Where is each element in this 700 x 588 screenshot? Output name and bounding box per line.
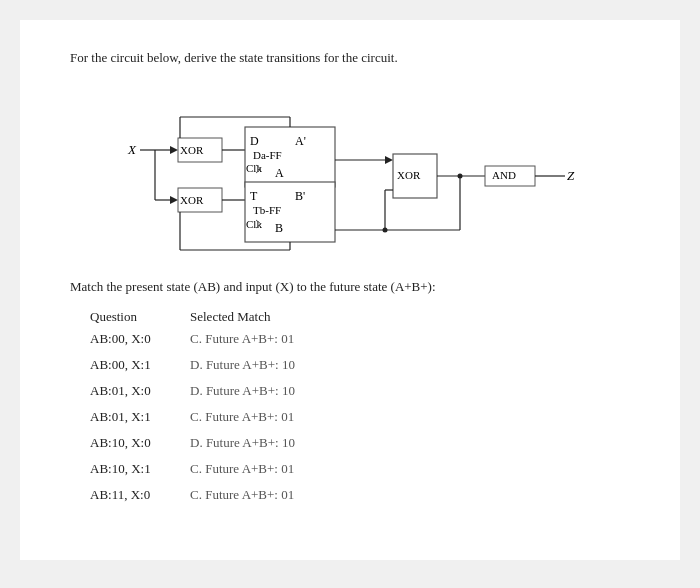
svg-marker-3 (170, 146, 178, 154)
svg-text:D: D (250, 134, 259, 148)
header-selected: Selected Match (190, 309, 310, 325)
question-cell: AB:10, X:1 (90, 461, 190, 477)
selected-cell: C. Future A+B+: 01 (190, 487, 530, 503)
svg-text:T: T (250, 189, 258, 203)
question-cell: AB:10, X:0 (90, 435, 190, 451)
match-table: Question Selected Match AB:00, X:0C. Fut… (90, 309, 630, 503)
table-header: Question Selected Match (90, 309, 630, 325)
svg-text:A: A (275, 166, 284, 180)
table-row: AB:00, X:1D. Future A+B+: 10 (90, 357, 630, 373)
svg-text:A': A' (295, 134, 306, 148)
question-cell: AB:00, X:1 (90, 357, 190, 373)
table-rows: AB:00, X:0C. Future A+B+: 01AB:00, X:1D.… (90, 331, 630, 503)
header-question: Question (90, 309, 190, 325)
table-row: AB:01, X:0D. Future A+B+: 10 (90, 383, 630, 399)
selected-cell: C. Future A+B+: 01 (190, 409, 530, 425)
table-row: AB:10, X:1C. Future A+B+: 01 (90, 461, 630, 477)
table-row: AB:01, X:1C. Future A+B+: 01 (90, 409, 630, 425)
selected-cell: C. Future A+B+: 01 (190, 331, 530, 347)
svg-text:B': B' (295, 189, 305, 203)
selected-cell: D. Future A+B+: 10 (190, 357, 530, 373)
selected-cell: C. Future A+B+: 01 (190, 461, 530, 477)
svg-marker-16 (385, 156, 393, 164)
match-instruction: Match the present state (AB) and input (… (70, 279, 630, 295)
selected-cell: D. Future A+B+: 10 (190, 435, 530, 451)
svg-text:Tb-FF: Tb-FF (253, 204, 281, 216)
svg-text:B: B (275, 221, 283, 235)
svg-text:Clk: Clk (246, 218, 262, 230)
svg-text:Da-FF: Da-FF (253, 149, 282, 161)
table-row: AB:11, X:0C. Future A+B+: 01 (90, 487, 630, 503)
circuit-diagram: X XOR D A' Da-FF A (120, 82, 580, 261)
svg-text:XOR: XOR (180, 144, 204, 156)
svg-text:XOR: XOR (397, 169, 421, 181)
svg-text:Z: Z (567, 168, 575, 183)
problem-title: For the circuit below, derive the state … (70, 50, 630, 66)
selected-cell: D. Future A+B+: 10 (190, 383, 530, 399)
svg-text:XOR: XOR (180, 194, 204, 206)
question-cell: AB:01, X:0 (90, 383, 190, 399)
question-cell: AB:11, X:0 (90, 487, 190, 503)
svg-text:X: X (127, 142, 137, 157)
svg-marker-5 (170, 196, 178, 204)
question-cell: AB:01, X:1 (90, 409, 190, 425)
svg-text:AND: AND (492, 169, 516, 181)
table-row: AB:00, X:0C. Future A+B+: 01 (90, 331, 630, 347)
question-cell: AB:00, X:0 (90, 331, 190, 347)
table-row: AB:10, X:0D. Future A+B+: 10 (90, 435, 630, 451)
